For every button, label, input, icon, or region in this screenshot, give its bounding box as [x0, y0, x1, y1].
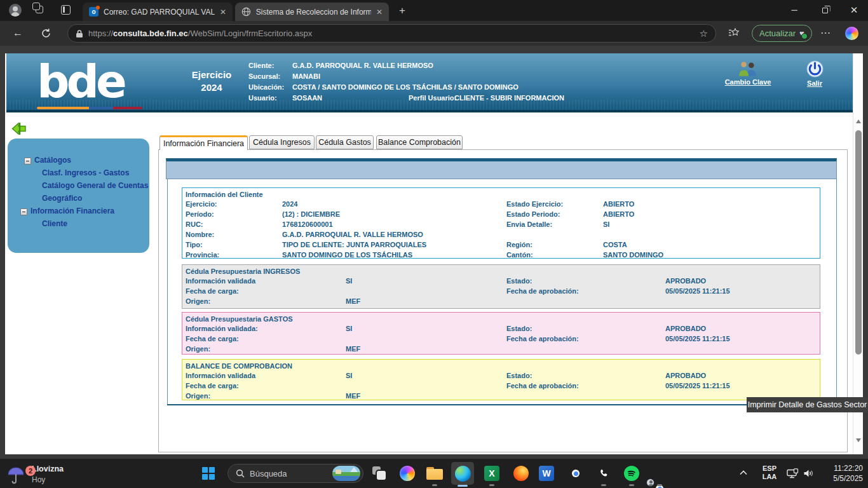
- panel-border-left: [167, 179, 168, 405]
- language-indicator[interactable]: ESP LAA: [759, 464, 780, 481]
- favorites-bar-icon[interactable]: [728, 28, 740, 38]
- tab-correo[interactable]: o Correo: GAD PARROQUIAL VALLE ✕: [83, 3, 233, 21]
- collapse-menu-icon[interactable]: [11, 122, 27, 135]
- field-label: [506, 344, 665, 354]
- actualizar-label: Actualizar: [759, 29, 796, 38]
- scroll-up-icon[interactable]: [856, 119, 861, 123]
- favorite-star-icon[interactable]: ☆: [700, 28, 708, 39]
- field-label: Fecha de carga:: [186, 286, 346, 296]
- actualizar-button[interactable]: Actualizar ♥: [752, 25, 812, 42]
- weather-condition: Llovizna: [32, 464, 64, 473]
- field-value: APROBADO: [665, 276, 820, 286]
- tray-clock[interactable]: 11:22:20 5/5/2025: [822, 463, 863, 484]
- change-password-link[interactable]: Cambio Clave: [719, 61, 776, 86]
- search-placeholder: Búsqueda: [250, 469, 327, 478]
- panel-border-bottom: [167, 404, 837, 405]
- field-label: [506, 391, 665, 401]
- users-icon: [738, 61, 758, 76]
- sidebar-item-catalogo-general-cuentas[interactable]: Catálogo General de Cuentas: [42, 181, 148, 190]
- cedula-ingresos-section: Cédula Presupuestaria INGRESOS Informaci…: [182, 264, 820, 309]
- section-title: Cédula Presupuestaria INGRESOS: [182, 265, 820, 276]
- search-highlight-image[interactable]: [332, 466, 360, 481]
- cedula-gastos-section: Cédula Presupuestaria GASTOS Información…: [182, 312, 820, 355]
- logout-link[interactable]: Salir: [796, 60, 834, 87]
- change-password-label[interactable]: Cambio Clave: [719, 78, 776, 86]
- tray-date: 5/5/2025: [833, 474, 863, 483]
- volume-icon[interactable]: [803, 469, 814, 478]
- field-label: Envia Detalle:: [506, 219, 603, 229]
- field-value: 1768120600001: [282, 219, 506, 229]
- sidebar-item-catalogos[interactable]: Catálogos: [34, 156, 71, 165]
- edge-browser-button-active[interactable]: [451, 462, 474, 485]
- field-label: Fecha de carga:: [186, 334, 346, 344]
- workspaces-icon[interactable]: [36, 6, 43, 13]
- scroll-down-icon[interactable]: [856, 438, 861, 442]
- tab-close-icon[interactable]: ✕: [220, 8, 226, 16]
- field-value: [346, 334, 506, 344]
- tab-cedula-ingresos[interactable]: Cédula Ingresos: [249, 135, 315, 149]
- collapse-node-icon[interactable]: [20, 208, 27, 215]
- field-label: Información validada: [186, 370, 346, 381]
- network-icon[interactable]: [787, 468, 799, 478]
- field-value: [346, 381, 506, 391]
- sidebar-item-cliente[interactable]: Cliente: [42, 219, 67, 228]
- refresh-icon[interactable]: [41, 28, 51, 39]
- browser-profile-avatar[interactable]: [9, 4, 22, 17]
- weather-widget[interactable]: 2 Llovizna Hoy: [8, 461, 97, 487]
- field-label: Origen:: [186, 391, 346, 401]
- firefox-button[interactable]: [513, 466, 529, 481]
- spotify-button[interactable]: [624, 466, 639, 481]
- start-button[interactable]: [202, 467, 215, 480]
- scrollbar-thumb[interactable]: [855, 130, 862, 355]
- field-value: [346, 286, 506, 296]
- field-label: Estado:: [506, 370, 665, 381]
- field-label: [506, 296, 665, 306]
- tab-informacion-financiera[interactable]: Información Financiera: [159, 135, 248, 150]
- page-scrollbar[interactable]: [853, 53, 863, 454]
- taskbar-search[interactable]: Búsqueda: [227, 464, 363, 483]
- search-icon: [236, 469, 245, 478]
- collapse-node-icon[interactable]: [24, 158, 31, 165]
- tab-cedula-gastos[interactable]: Cédula Gastos: [316, 135, 374, 149]
- sidebar-item-clasf-ingresos-gastos[interactable]: Clasf. Ingresos - Gastos: [42, 168, 129, 177]
- logout-label[interactable]: Salir: [796, 79, 834, 87]
- sidebar-menu: Catálogos Clasf. Ingresos - Gastos Catál…: [8, 139, 149, 253]
- section-title: Información del Cliente: [182, 188, 820, 199]
- address-bar[interactable]: https://consulta.bde.fin.ec/WebSim/Login…: [67, 24, 716, 43]
- sidebar-item-geografico[interactable]: Geográfico: [42, 194, 82, 203]
- field-label: RUC:: [186, 219, 282, 229]
- toolbar-bar: [166, 158, 837, 179]
- word-button[interactable]: W: [539, 466, 554, 481]
- header-client-row: Cliente:G.A.D. PARROQUIAL R. VALLE HERMO…: [248, 62, 433, 69]
- field-value: 2024: [282, 199, 506, 209]
- section-grid: Información validada:SIEstado:APROBADO F…: [182, 323, 820, 354]
- app-indicator: [489, 484, 494, 486]
- tab-strip: o Correo: GAD PARROQUIAL VALLE ✕ Sistema…: [0, 0, 868, 21]
- health-check-icon: ♥: [799, 29, 804, 37]
- tab-close-icon[interactable]: ✕: [376, 8, 383, 16]
- field-label: Nombre:: [186, 229, 282, 240]
- field-label: Fecha de aprobación:: [506, 334, 665, 344]
- back-icon[interactable]: ←: [13, 27, 23, 39]
- field-value: COSTA: [603, 240, 820, 250]
- minimize-button[interactable]: ─: [780, 0, 808, 20]
- browser-menu-icon[interactable]: ⋯: [820, 27, 831, 39]
- sidebar-item-informacion-financiera[interactable]: Información Financiera: [31, 207, 114, 215]
- field-label: [506, 229, 603, 240]
- close-button[interactable]: ✕: [840, 0, 868, 20]
- tab-actions-icon[interactable]: [61, 5, 71, 15]
- copilot-icon[interactable]: [845, 27, 858, 40]
- excel-button[interactable]: X: [484, 466, 499, 481]
- field-value: TIPO DE CLIENTE: JUNTA PARROQUIALES: [282, 240, 506, 250]
- restore-button[interactable]: [811, 0, 839, 20]
- header-profile-row: Perfil Usuario:CLIENTE - SUBIR INFORMACI…: [409, 94, 564, 102]
- tab-balance-comprobacion[interactable]: Balance Comprobación: [376, 135, 463, 149]
- app-indicator: [432, 484, 437, 486]
- field-value: 05/05/2025 11:21:15: [665, 381, 820, 391]
- new-tab-button[interactable]: +: [395, 4, 409, 18]
- copilot-taskbar-icon[interactable]: [400, 466, 415, 481]
- section-title: Cédula Presupuestaria GASTOS: [182, 313, 820, 323]
- tab-sistema-active[interactable]: Sistema de Recoleccion de Inform ✕: [235, 3, 389, 21]
- tray-chevron-icon[interactable]: [740, 470, 747, 475]
- tooltip: Imprimir Detalle de Gastos Sector: [747, 397, 868, 412]
